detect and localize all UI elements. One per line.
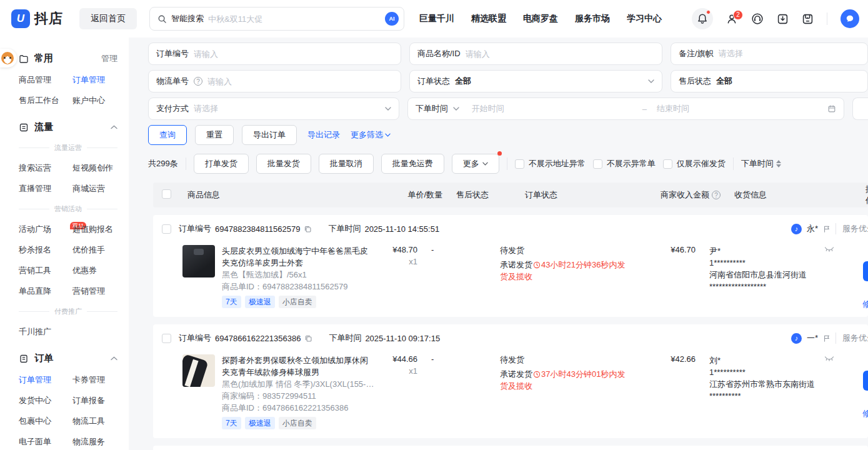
batch-cancel-button[interactable]: 批量取消 — [319, 154, 374, 174]
sidebar-item-package-center[interactable]: 包裹中心 — [19, 416, 51, 427]
feige-chat-icon[interactable] — [841, 9, 859, 28]
chevron-down-icon[interactable] — [453, 107, 459, 111]
sidebar-item-logistics-service[interactable]: 物流服务 — [72, 436, 105, 448]
query-button[interactable]: 查询 — [148, 125, 187, 145]
sort-by-order-time[interactable]: 下单时间 — [741, 158, 781, 169]
douyin-buyer-icon: ♪ — [791, 224, 802, 234]
sidebar-item-order-mgmt[interactable]: 订单管理 — [72, 74, 105, 86]
time-end-placeholder[interactable]: 结束时间 — [657, 103, 822, 114]
notification-bell-icon[interactable] — [692, 8, 713, 29]
nav-qianchuan[interactable]: 巨量千川 — [419, 13, 454, 24]
edit-address-link[interactable]: 修 — [862, 299, 868, 310]
aftersale-status: - — [417, 245, 477, 254]
copy-icon[interactable] — [304, 225, 312, 233]
copy-icon[interactable] — [304, 334, 312, 342]
sidebar-item-video-create[interactable]: 短视频创作 — [72, 162, 113, 174]
sidebar-item-order-mgmt-2[interactable]: 订单管理 — [19, 374, 51, 386]
order-checkbox[interactable] — [162, 224, 171, 234]
sidebar-item-mall-ops[interactable]: 商城运营 — [72, 183, 105, 194]
sku-id: 6947882384811562579 — [262, 282, 347, 291]
sidebar-item-marketing-tool[interactable]: 营销工具 — [19, 265, 51, 276]
nav-jingxuan[interactable]: 精选联盟 — [471, 13, 506, 24]
ai-search-icon[interactable]: AI — [385, 12, 399, 26]
sidebar-item-ship-center[interactable]: 发货中心 — [19, 395, 51, 406]
eye-closed-icon[interactable] — [824, 356, 834, 362]
search-input[interactable] — [208, 14, 381, 24]
nav-xuexizhongxin[interactable]: 学习中心 — [627, 13, 662, 24]
app-market-icon[interactable] — [802, 13, 814, 25]
filter-remark[interactable]: 备注/旗帜 请选择 — [671, 42, 868, 65]
export-log-link[interactable]: 导出记录 — [307, 129, 340, 141]
sidebar-item-value-buy[interactable]: 超值购报名 — [72, 224, 113, 235]
batch-free-shipping-button[interactable]: 批量免运费 — [381, 154, 444, 174]
sidebar-item-price-helper[interactable]: 优价推手 — [72, 244, 105, 256]
sidebar-item-coupon[interactable]: 优惠券 — [72, 265, 97, 276]
hide-abnormal-order-checkbox[interactable]: 不展示异常单 — [593, 158, 656, 169]
smart-search-box[interactable]: 智能搜索 AI — [149, 7, 404, 31]
filter-product-input[interactable] — [466, 49, 654, 59]
edit-address-link[interactable]: 修 — [862, 408, 868, 419]
account-icon[interactable]: 2 — [726, 13, 738, 25]
sidebar-item-live-mgmt[interactable]: 直播管理 — [19, 183, 51, 194]
export-order-button[interactable]: 导出订单 — [242, 125, 297, 145]
product-title[interactable]: 头层皮衣男立领加绒海宁中年爸爸黑毛皮夹克仿绵羊皮男士外套 — [222, 245, 375, 269]
section-order[interactable]: 订单 — [19, 352, 117, 364]
chevron-up-icon[interactable] — [111, 125, 117, 129]
filter-pay-method[interactable]: 支付方式 请选择 — [148, 98, 399, 120]
customer-service-icon[interactable] — [751, 12, 764, 25]
sidebar-item-activity-square[interactable]: 活动广场双11 — [19, 224, 67, 235]
more-filter-link[interactable]: 更多筛选 — [351, 129, 391, 141]
sidebar-item-qianchuan-promo[interactable]: 千川推广 — [19, 326, 51, 338]
buyer-name[interactable]: 永* — [807, 223, 818, 234]
filter-aftersale-status-label: 售后状态 — [679, 76, 711, 87]
sidebar-item-search-ops[interactable]: 搜索运营 — [19, 162, 51, 174]
order-checkbox[interactable] — [162, 334, 171, 343]
section-traffic[interactable]: 流量 — [19, 121, 117, 133]
sidebar-item-account-center[interactable]: 账户中心 — [72, 95, 105, 106]
filter-order-no-input[interactable] — [194, 49, 393, 59]
sidebar-item-direct-discount[interactable]: 单品直降 — [19, 286, 51, 297]
sidebar-item-order-report[interactable]: 订单报备 — [72, 395, 105, 406]
back-home-button[interactable]: 返回首页 — [79, 8, 137, 29]
sidebar-item-marketing-mgmt[interactable]: 营销管理 — [72, 286, 105, 297]
buyer-name[interactable]: 一* — [807, 332, 818, 344]
doudian-logo[interactable]: U 抖店 — [11, 9, 63, 28]
product-image[interactable] — [182, 245, 215, 278]
time-start-placeholder[interactable]: 开始时间 — [472, 103, 637, 114]
only-urge-ship-checkbox[interactable]: 仅展示催发货 — [663, 158, 726, 169]
filter-order-status[interactable]: 订单状态 全部 — [409, 70, 662, 92]
product-image[interactable] — [182, 354, 215, 387]
filter-partial-box[interactable] — [852, 98, 868, 120]
flag-icon[interactable] — [823, 225, 831, 233]
filter-time-range[interactable]: 下单时间 开始时间 – 结束时间 — [407, 98, 844, 120]
filter-tracking[interactable]: 物流单号 ? — [148, 70, 401, 92]
filter-product[interactable]: 商品名称/ID — [409, 42, 662, 65]
filter-tracking-input[interactable] — [207, 77, 393, 86]
product-title[interactable]: 探爵者外套男保暖秋冬立领加绒加厚休闲夹克青年绒款修身棒球服男 — [222, 354, 375, 378]
nav-luopan[interactable]: 电商罗盘 — [523, 13, 558, 24]
sidebar-item-ewaybill[interactable]: 电子面单 — [19, 436, 51, 448]
ship-button-partial[interactable] — [863, 261, 868, 281]
filter-aftersale-status[interactable]: 售后状态 全部 — [671, 70, 868, 92]
more-actions-button[interactable]: 更多 — [452, 154, 499, 174]
flag-icon[interactable] — [823, 334, 831, 342]
income-info-icon[interactable]: ? — [712, 191, 721, 199]
sidebar-item-card-coupon[interactable]: 卡券管理 — [72, 374, 105, 386]
ship-button-partial[interactable] — [863, 371, 868, 391]
sidebar-item-goods[interactable]: 商品管理 — [19, 74, 51, 86]
select-all-checkbox[interactable] — [162, 189, 171, 199]
sidebar-item-aftersale-bench[interactable]: 售后工作台 — [19, 95, 59, 106]
hide-address-abnormal-checkbox[interactable]: 不展示地址异常 — [515, 158, 586, 169]
chevron-up-icon[interactable] — [111, 356, 117, 361]
sidebar-item-seckill[interactable]: 秒杀报名 — [19, 244, 51, 256]
download-center-icon[interactable] — [777, 13, 789, 25]
manage-link[interactable]: 管理 — [101, 53, 117, 64]
sidebar-item-logistics-tool[interactable]: 物流工具 — [72, 416, 105, 427]
print-ship-button[interactable]: 打单发货 — [194, 154, 249, 174]
batch-ship-button[interactable]: 批量发货 — [256, 154, 311, 174]
eye-closed-icon[interactable] — [824, 246, 834, 252]
filter-order-no[interactable]: 订单编号 — [148, 42, 401, 65]
help-icon[interactable]: ? — [194, 77, 202, 86]
reset-button[interactable]: 重置 — [195, 125, 234, 145]
nav-fuwushichang[interactable]: 服务市场 — [575, 13, 610, 24]
